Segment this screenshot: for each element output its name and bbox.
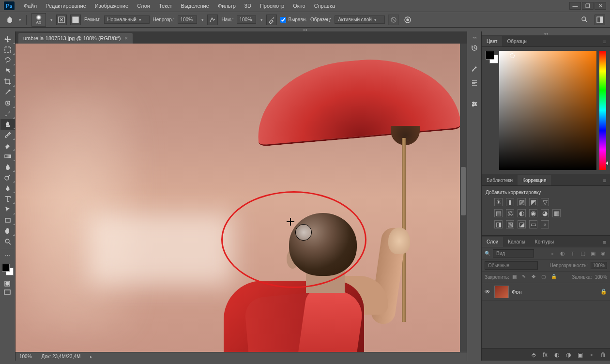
vertical-scrollbar[interactable] [460, 44, 467, 352]
filter-smart-icon[interactable]: ▣ [589, 250, 597, 258]
link-layers-icon[interactable]: ⬘ [530, 351, 537, 358]
workspace-switcher-icon[interactable] [595, 15, 605, 25]
lock-pixels-icon[interactable]: ▦ [512, 274, 519, 281]
gradient-tool[interactable] [0, 151, 15, 162]
rectangle-tool[interactable] [0, 215, 15, 226]
layer-thumbnail[interactable] [494, 286, 509, 298]
current-tool-icon[interactable] [5, 15, 15, 25]
move-tool[interactable] [0, 34, 15, 45]
lasso-tool[interactable] [0, 55, 15, 66]
collapse-grip-top[interactable]: ◂◂ [0, 28, 610, 31]
filter-search-icon[interactable]: 🔍 [485, 251, 490, 256]
sample-select[interactable]: Активный слой ▾ [335, 15, 385, 24]
layer-lock-icon[interactable]: 🔒 [600, 288, 607, 295]
panel-grip[interactable]: ◂◂ [482, 31, 610, 35]
close-button[interactable]: ✕ [595, 2, 606, 10]
selective-color-icon[interactable]: ▫ [541, 220, 549, 228]
aligned-input[interactable] [280, 17, 286, 23]
eyedropper-tool[interactable] [0, 87, 15, 98]
zoom-level[interactable]: 100% [19, 354, 32, 359]
pen-tool[interactable] [0, 183, 15, 194]
tab-color[interactable]: Цвет [482, 36, 502, 46]
layer-visibility-icon[interactable]: 👁 [485, 288, 491, 295]
pressure-size-icon[interactable] [402, 15, 413, 25]
curves-icon[interactable]: ▨ [518, 198, 526, 206]
menu-text[interactable]: Текст [154, 1, 177, 11]
path-select-tool[interactable] [0, 204, 15, 215]
blend-mode-select[interactable]: Нормальный ▾ [104, 15, 150, 24]
menu-layers[interactable]: Слои [133, 1, 154, 11]
menu-edit[interactable]: Редактирование [41, 1, 91, 11]
adjust-panel-menu-icon[interactable]: ≡ [599, 176, 610, 185]
quick-select-tool[interactable] [0, 66, 15, 76]
hand-tool[interactable] [0, 226, 15, 236]
fill-input[interactable]: 100% [595, 274, 607, 280]
flow-dropdown[interactable]: ▾ [260, 17, 263, 22]
opacity-input[interactable]: 100% [178, 15, 197, 24]
color-field[interactable] [499, 51, 596, 170]
search-icon[interactable] [580, 15, 588, 24]
brush-dropdown[interactable]: ▾ [50, 17, 53, 22]
menu-image[interactable]: Изображение [91, 1, 133, 11]
layers-panel-menu-icon[interactable]: ≡ [599, 237, 610, 247]
menu-help[interactable]: Справка [310, 1, 339, 11]
paragraph-panel-icon[interactable] [468, 77, 481, 89]
clone-source-panel-icon[interactable] [70, 15, 81, 25]
layer-row[interactable]: 👁 Фон 🔒 [482, 283, 610, 301]
menu-select[interactable]: Выделение [177, 1, 214, 11]
document-tab[interactable]: umbrella-1807513.jpg @ 100% (RGB/8#) × [18, 33, 133, 44]
threshold-icon[interactable]: ◪ [518, 220, 526, 228]
lock-position-icon[interactable]: ✥ [532, 274, 538, 281]
opacity-input-layers[interactable]: 100% [591, 262, 607, 269]
lock-paint-icon[interactable]: ✎ [522, 274, 529, 281]
maximize-button[interactable]: ❐ [582, 2, 594, 10]
doc-size[interactable]: Док: 23,4M/23,4M [42, 354, 81, 359]
filter-adjust-icon[interactable]: ◐ [559, 250, 566, 258]
zoom-tool[interactable] [0, 236, 15, 247]
history-brush-tool[interactable] [0, 130, 15, 140]
healing-tool[interactable] [0, 98, 15, 108]
layer-name[interactable]: Фон [512, 289, 597, 295]
tab-paths[interactable]: Контуры [530, 237, 559, 247]
photo-filter-icon[interactable]: ◉ [529, 209, 537, 217]
screenmode-icon[interactable] [0, 288, 15, 297]
color-panel-menu-icon[interactable]: ≡ [599, 37, 610, 46]
ignore-adjust-icon[interactable] [388, 15, 399, 25]
menu-view[interactable]: Просмотр [256, 1, 289, 11]
brush-preview[interactable]: 60 [31, 13, 46, 27]
airbrush-icon[interactable] [266, 15, 277, 25]
type-tool[interactable] [0, 194, 15, 204]
menu-filter[interactable]: Фильтр [214, 1, 240, 11]
hue-icon[interactable]: ▤ [494, 209, 503, 217]
delete-layer-icon[interactable]: 🗑 [599, 351, 607, 358]
opacity-dropdown[interactable]: ▾ [201, 17, 204, 22]
minimize-button[interactable]: — [569, 2, 581, 10]
levels-icon[interactable]: ▮ [506, 198, 514, 206]
new-layer-icon[interactable]: ▫ [588, 351, 595, 358]
channel-mixer-icon[interactable]: ◕ [541, 209, 549, 217]
layer-mask-icon[interactable]: ◐ [553, 351, 561, 358]
vibrance-icon[interactable]: ▽ [541, 198, 549, 206]
lock-artboard-icon[interactable]: ▢ [541, 274, 548, 281]
hue-slider[interactable] [599, 51, 606, 170]
brightness-icon[interactable]: ☀ [494, 198, 503, 206]
canvas[interactable] [15, 44, 461, 352]
filter-text-icon[interactable]: T [569, 250, 577, 258]
crop-tool[interactable] [0, 76, 15, 87]
menu-3d[interactable]: 3D [240, 1, 256, 11]
tab-libraries[interactable]: Библиотеки [482, 175, 518, 185]
color-fg-bg[interactable] [486, 51, 496, 170]
new-group-icon[interactable]: ▣ [576, 351, 584, 358]
exposure-icon[interactable]: ◩ [529, 198, 537, 206]
brush-tool[interactable] [0, 108, 15, 119]
filter-kind-select[interactable]: Вид [493, 249, 534, 258]
tab-channels[interactable]: Каналы [503, 237, 530, 247]
new-fill-layer-icon[interactable]: ◑ [564, 351, 572, 358]
menu-window[interactable]: Окно [289, 1, 310, 11]
menu-file[interactable]: Файл [19, 1, 41, 11]
blend-mode-select-layers[interactable]: Обычные [485, 261, 538, 270]
filter-shape-icon[interactable]: ▢ [579, 250, 587, 258]
gradient-map-icon[interactable]: ▭ [529, 220, 537, 228]
eraser-tool[interactable] [0, 140, 15, 151]
tool-preset-dropdown[interactable]: ▾ [19, 17, 21, 22]
